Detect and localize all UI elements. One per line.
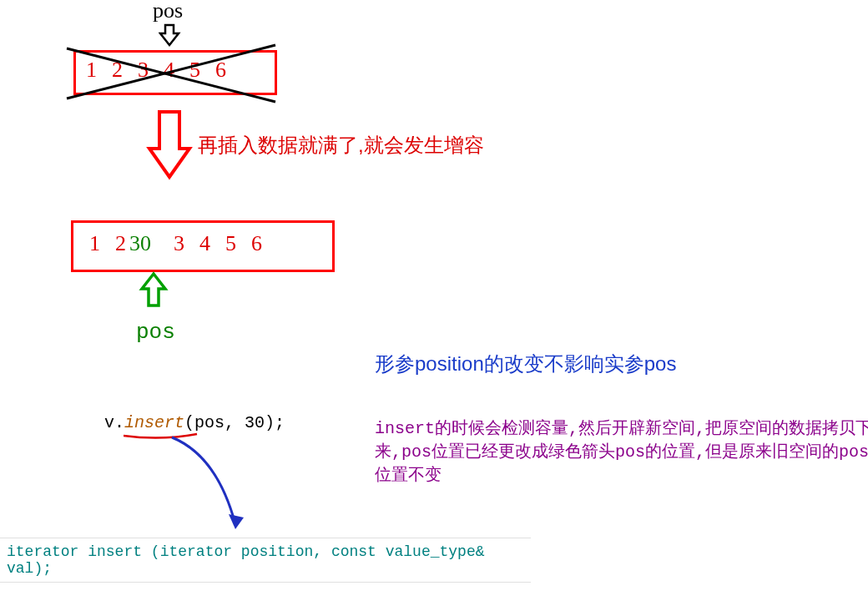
new-cell: 1 bbox=[82, 231, 108, 256]
top-pos-label: pos bbox=[153, 0, 183, 23]
bottom-pos-label: pos bbox=[136, 320, 175, 345]
cross-out-icon bbox=[58, 42, 292, 109]
inserted-cell: 30 bbox=[128, 231, 159, 256]
sig-part: (iterator position, bbox=[151, 543, 331, 560]
sig-part: iterator insert bbox=[7, 543, 151, 560]
new-cell: 2 bbox=[108, 231, 128, 256]
code-args: (pos, 30); bbox=[184, 413, 285, 432]
signature-row: iterator insert (iterator position, cons… bbox=[0, 538, 531, 583]
capacity-annotation: 再插入数据就满了,就会发生增容 bbox=[198, 132, 484, 159]
new-cell: 5 bbox=[218, 231, 244, 256]
svg-line-1 bbox=[67, 45, 275, 98]
svg-line-0 bbox=[67, 48, 275, 102]
new-cell: 4 bbox=[192, 231, 218, 256]
new-array: 1 2 30 3 4 5 6 bbox=[82, 220, 332, 267]
explanation-text: insert的时候会检测容量,然后开辟新空间,把原空间的数据拷贝下来,pos位置… bbox=[375, 417, 868, 487]
new-cell: 6 bbox=[244, 231, 270, 256]
up-arrow-icon bbox=[139, 270, 169, 311]
curved-arrow-icon bbox=[167, 431, 284, 539]
code-obj: v. bbox=[104, 413, 124, 432]
code-call: v.insert(pos, 30); bbox=[104, 413, 285, 432]
parameter-note: 形参position的改变不影响实参pos bbox=[375, 351, 676, 377]
big-down-arrow-icon bbox=[144, 109, 194, 184]
new-cell: 3 bbox=[159, 231, 192, 256]
code-method: insert bbox=[124, 413, 184, 432]
sig-const: const bbox=[331, 543, 376, 560]
